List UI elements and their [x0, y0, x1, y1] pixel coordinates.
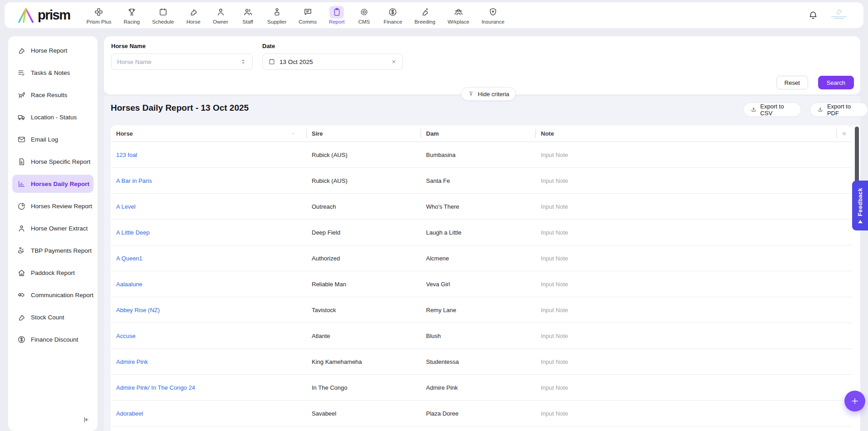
note-input[interactable]: Input Note — [541, 410, 568, 417]
column-settings-button[interactable] — [836, 125, 852, 142]
hide-criteria-button[interactable]: Hide criteria — [461, 87, 516, 101]
sidebar-item-label: Location - Status — [31, 114, 77, 121]
notifications-bell-icon[interactable] — [808, 10, 818, 20]
search-button[interactable]: Search — [818, 76, 854, 89]
topnav-item-insurance[interactable]: Insurance — [481, 6, 505, 25]
note-input[interactable]: Input Note — [541, 177, 568, 184]
column-header-dam[interactable]: Dam — [421, 125, 535, 142]
feedback-label: Feedback — [857, 188, 863, 216]
sidebar-item-email-log[interactable]: Email Log — [12, 130, 93, 148]
horse-link[interactable]: Aalaalune — [116, 281, 142, 288]
horse-link[interactable]: Abbey Rise (NZ) — [116, 307, 160, 313]
sidebar-item-label: Email Log — [31, 136, 58, 143]
table-body: 123 foal Rubick (AUS) Bumbasina Input No… — [111, 142, 852, 426]
horse-name-select[interactable]: Horse Name — [111, 54, 253, 70]
topnav-item-owner[interactable]: Owner — [213, 6, 228, 25]
horse-icon — [189, 7, 198, 17]
clear-date-icon[interactable] — [391, 59, 397, 65]
horse-link[interactable]: A Little Deep — [116, 229, 150, 236]
export-csv-label: Export to CSV — [760, 103, 794, 117]
column-header-label: Dam — [426, 130, 439, 137]
note-input[interactable]: Input Note — [541, 384, 568, 391]
table-row: Admire Pink King Kamehameha Studentessa … — [111, 349, 852, 375]
group-icon — [454, 7, 463, 17]
sidebar-item-race-results[interactable]: Race Results — [12, 86, 93, 104]
reset-button[interactable]: Reset — [776, 76, 808, 89]
topnav-item-horse[interactable]: Horse — [186, 6, 201, 25]
org-logo[interactable] — [829, 7, 849, 24]
sidebar-item-horse-report[interactable]: Horse Report — [12, 41, 93, 59]
export-pdf-label: Export to PDF — [827, 103, 861, 117]
download-icon — [817, 106, 824, 113]
sire-cell: Authorized — [306, 255, 421, 262]
topnav-item-breeding[interactable]: Breeding — [414, 6, 435, 25]
note-input[interactable]: Input Note — [541, 152, 568, 158]
gear-icon — [842, 130, 847, 137]
topnav-item-schedule[interactable]: Schedule — [152, 6, 174, 25]
note-input[interactable]: Input Note — [541, 229, 568, 236]
topnav-item-finance[interactable]: Finance — [383, 6, 402, 25]
topnav-item-prism-plus[interactable]: Prism Plus — [86, 6, 111, 25]
sidebar-item-horse-specific-report[interactable]: Horse Specific Report — [12, 152, 93, 171]
feedback-tab[interactable]: Feedback — [852, 181, 868, 230]
dam-cell: Veva Girl — [421, 281, 535, 288]
sidebar-item-label: Horse Specific Report — [31, 158, 90, 165]
sidebar-item-finance-discount[interactable]: Finance Discount — [12, 330, 93, 348]
topnav-item-cms[interactable]: CMS — [357, 6, 371, 25]
sidebar-item-horses-daily-report[interactable]: Horses Daily Report — [12, 175, 93, 193]
export-csv-button[interactable]: Export to CSV — [743, 103, 801, 117]
note-input[interactable]: Input Note — [541, 307, 568, 313]
horse-name-placeholder: Horse Name — [117, 59, 152, 65]
sidebar-item-label: Finance Discount — [31, 336, 78, 343]
column-header-note[interactable]: Note — [535, 125, 836, 142]
note-input[interactable]: Input Note — [541, 358, 568, 365]
topnav-item-label: Finance — [383, 19, 402, 25]
sidebar-item-horses-review-report[interactable]: Horses Review Report — [12, 197, 93, 215]
sidebar-item-stock-count[interactable]: Stock Count — [12, 308, 93, 326]
topnav-item-supplier[interactable]: Supplier — [267, 6, 286, 25]
people-icon — [243, 7, 253, 17]
topnav-item-comms[interactable]: Comms — [299, 6, 317, 25]
sidebar-item-tbp-payments-report[interactable]: TBP Payments Report — [12, 241, 93, 260]
file-text-icon — [17, 157, 26, 166]
horse-link[interactable]: A Level — [116, 203, 136, 210]
sidebar-item-tasks-notes[interactable]: Tasks & Notes — [12, 64, 93, 82]
person-box-icon — [272, 7, 282, 17]
horse-link[interactable]: Adorabeel — [116, 410, 143, 417]
note-input[interactable]: Input Note — [541, 203, 568, 210]
note-input[interactable]: Input Note — [541, 281, 568, 288]
table-row: Admire Pink/ In The Congo 24 In The Cong… — [111, 375, 852, 401]
horse-link[interactable]: Accuse — [116, 333, 136, 339]
topnav-item-staff[interactable]: Staff — [240, 6, 255, 25]
horse-link[interactable]: Admire Pink/ In The Congo 24 — [116, 384, 195, 391]
sidebar-item-paddock-report[interactable]: Paddock Report — [12, 264, 93, 282]
horse-link[interactable]: Admire Pink — [116, 358, 148, 365]
topnav-item-wrkplace[interactable]: Wrkplace — [447, 6, 469, 25]
brand-logo[interactable]: prism — [17, 7, 70, 24]
export-pdf-button[interactable]: Export to PDF — [810, 103, 868, 117]
truck-icon — [17, 113, 26, 122]
date-field[interactable]: 13 Oct 2025 — [262, 54, 403, 70]
add-fab-button[interactable] — [844, 391, 865, 411]
dam-cell: Santa Fe — [421, 177, 535, 184]
column-header-sire[interactable]: Sire — [306, 125, 421, 142]
note-input[interactable]: Input Note — [541, 333, 568, 339]
sort-ascending-icon — [290, 131, 296, 137]
topnav-item-report[interactable]: Report — [329, 6, 345, 25]
topnav-item-racing[interactable]: Racing — [123, 6, 140, 25]
sidebar-item-location-status[interactable]: Location - Status — [12, 108, 93, 126]
sidebar-collapse-button[interactable] — [80, 414, 92, 426]
chevrons-updown-icon — [240, 58, 247, 65]
column-header-horse[interactable]: Horse — [111, 125, 306, 142]
list-check-icon — [17, 69, 26, 77]
dam-cell: Blush — [421, 333, 535, 339]
horse-link[interactable]: A Bar in Paris — [116, 177, 152, 184]
sidebar-item-label: Paddock Report — [31, 269, 75, 276]
horse-name-label: Horse Name — [111, 43, 146, 49]
horse-link[interactable]: A Queen1 — [116, 255, 142, 262]
topnav-items: Prism PlusRacingScheduleHorseOwnerStaffS… — [86, 6, 504, 25]
horse-link[interactable]: 123 foal — [116, 152, 137, 158]
sidebar-item-communication-report[interactable]: Communication Report — [12, 286, 93, 304]
sidebar-item-horse-owner-extract[interactable]: Horse Owner Extract — [12, 219, 93, 237]
note-input[interactable]: Input Note — [541, 255, 568, 262]
